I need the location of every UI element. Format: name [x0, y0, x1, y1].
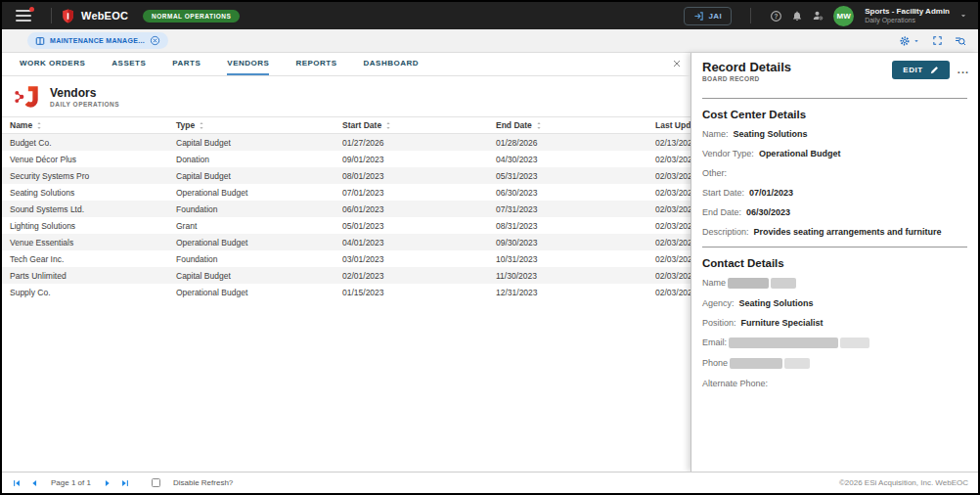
tab-reports[interactable]: REPORTS [295, 53, 336, 75]
redacted-value [771, 278, 796, 289]
table-row[interactable]: Tech Gear Inc.Foundation03/01/202310/31/… [2, 250, 690, 267]
edit-button-label: EDIT [903, 66, 923, 74]
table-row[interactable]: Seating SolutionsOperational Budget07/01… [2, 184, 690, 201]
table-cell: Operational Budget [168, 188, 334, 198]
detail-field-other: Other: [702, 168, 967, 178]
column-header-type[interactable]: Type [168, 120, 334, 130]
table-cell: Foundation [168, 254, 334, 264]
search-records-icon[interactable] [955, 35, 966, 47]
notification-dot [29, 7, 34, 12]
field-label: Name: [702, 129, 729, 139]
detail-field-name: Name [702, 278, 967, 289]
column-header-last-updat[interactable]: Last Updat [647, 120, 690, 130]
board-pane: WORK ORDERSASSETSPARTSVENDORSREPORTSDASH… [2, 53, 690, 472]
board-close-icon[interactable] [150, 35, 160, 46]
table-row[interactable]: Venue EssentialsOperational Budget04/01/… [2, 234, 690, 250]
detail-sections: Cost Center DetailsName:Seating Solution… [702, 109, 967, 388]
table-row[interactable]: Parts UnlimitedCapital Budget02/01/20231… [2, 267, 690, 284]
table-cell: 07/01/2023 [334, 188, 488, 198]
top-bar: WebEOC NORMAL OPERATIONS JAI ? MW Spo [2, 2, 978, 29]
board-chip-label: MAINTENANCE MANAGE... [50, 37, 145, 44]
table-cell: Capital Budget [168, 171, 334, 181]
notifications-bell-icon[interactable] [791, 10, 803, 22]
user-avatar[interactable]: MW [833, 6, 854, 26]
field-value: 07/01/2023 [749, 188, 793, 198]
table-row[interactable]: Budget Co.Capital Budget01/27/202601/28/… [2, 134, 690, 151]
tab-dashboard[interactable]: DASHBOARD [364, 53, 420, 75]
table-cell: 03/01/2023 [334, 254, 488, 264]
table-row[interactable]: Lighting SolutionsGrant05/01/202308/31/2… [2, 217, 690, 234]
chevron-down-icon[interactable] [958, 11, 968, 21]
table-cell: 09/01/2023 [334, 155, 488, 164]
record-details-title: Record Details [702, 61, 791, 75]
edit-button[interactable]: EDIT [892, 61, 950, 79]
help-icon[interactable]: ? [770, 10, 782, 22]
field-label: Phone [702, 358, 728, 368]
field-label: Position: [702, 318, 736, 328]
jai-signin-button[interactable]: JAI [684, 7, 733, 25]
more-options-button[interactable]: ... [958, 65, 969, 75]
table-row[interactable]: Supply Co.Operational Budget01/15/202312… [2, 284, 690, 300]
user-admin-icon[interactable] [812, 10, 824, 22]
tab-vendors[interactable]: VENDORS [227, 53, 269, 75]
table-header-row: NameTypeStart DateEnd DateLast Updat [2, 116, 690, 134]
sort-icon [198, 121, 205, 130]
first-page-icon[interactable] [12, 478, 22, 488]
tab-assets[interactable]: ASSETS [111, 53, 146, 75]
table-row[interactable]: Venue Décor PlusDonation09/01/202304/30/… [2, 151, 690, 167]
tab-parts[interactable]: PARTS [172, 53, 200, 75]
table-cell: 08/01/2023 [334, 171, 488, 181]
column-header-name[interactable]: Name [2, 120, 168, 130]
table-cell: Capital Budget [168, 138, 334, 148]
board-settings-gear-icon[interactable] [899, 35, 920, 47]
table-cell: 02/01/2023 [334, 271, 488, 281]
column-label: Type [176, 120, 195, 130]
table-cell: 06/01/2023 [334, 204, 488, 214]
detail-field-alternate-phone: Alternate Phone: [702, 379, 967, 388]
page-label: Page 1 of 1 [51, 478, 91, 487]
board-subtitle: DAILY OPERATIONS [50, 101, 119, 108]
disable-refresh-checkbox[interactable] [152, 478, 160, 487]
status-badge: NORMAL OPERATIONS [143, 10, 240, 22]
table-cell: 02/03/2026 1 [647, 221, 690, 231]
table-cell: Supply Co. [2, 288, 168, 297]
previous-page-icon[interactable] [29, 478, 39, 488]
table-cell: 11/30/2023 [488, 271, 647, 281]
table-row[interactable]: Security Systems ProCapital Budget08/01/… [2, 167, 690, 184]
column-header-start-date[interactable]: Start Date [334, 120, 488, 130]
table-cell: Operational Budget [168, 238, 334, 248]
detail-field-agency: Agency:Seating Solutions [702, 298, 967, 308]
table-cell: 02/03/2026 1 [647, 254, 690, 264]
webeoc-app: WebEOC NORMAL OPERATIONS JAI ? MW Spo [0, 0, 980, 495]
sort-icon [35, 121, 43, 130]
menu-icon[interactable] [16, 10, 31, 22]
detail-field-start-date: Start Date:07/01/2023 [702, 188, 967, 198]
pagination: Page 1 of 1 Disable Refresh? [12, 478, 233, 488]
record-details-subtitle: BOARD RECORD [702, 75, 791, 82]
last-page-icon[interactable] [120, 478, 130, 488]
record-details-panel: Record Details BOARD RECORD EDIT ... Cos… [690, 53, 978, 472]
column-header-end-date[interactable]: End Date [488, 120, 647, 130]
svg-text:?: ? [775, 12, 779, 19]
section-title-contact-details: Contact Details [702, 257, 967, 269]
table-cell: Lighting Solutions [2, 221, 168, 231]
tab-work-orders[interactable]: WORK ORDERS [20, 53, 85, 75]
table-cell: 02/03/2026 1 [647, 238, 690, 248]
field-value: 06/30/2023 [746, 207, 790, 217]
table-cell: 02/03/2026 1 [647, 288, 690, 297]
table-row[interactable]: Sound Systems Ltd.Foundation06/01/202307… [2, 201, 690, 217]
detail-field-email: Email: [702, 338, 967, 348]
field-label: Email: [702, 338, 727, 347]
board-chip-maintenance[interactable]: MAINTENANCE MANAGE... [27, 32, 168, 49]
fullscreen-icon[interactable] [932, 35, 943, 46]
next-page-icon[interactable] [103, 478, 112, 488]
close-icon[interactable] [671, 58, 683, 69]
table-cell: 04/01/2023 [334, 238, 488, 248]
section-divider [702, 247, 967, 248]
field-value: Furniture Specialist [741, 318, 824, 328]
table-cell: Tech Gear Inc. [2, 254, 168, 264]
table-cell: 02/03/2026 1 [647, 155, 690, 164]
table-cell: 02/03/2026 1 [647, 171, 690, 181]
table-cell: 01/27/2026 [334, 138, 488, 148]
detail-field-phone: Phone [702, 358, 967, 369]
